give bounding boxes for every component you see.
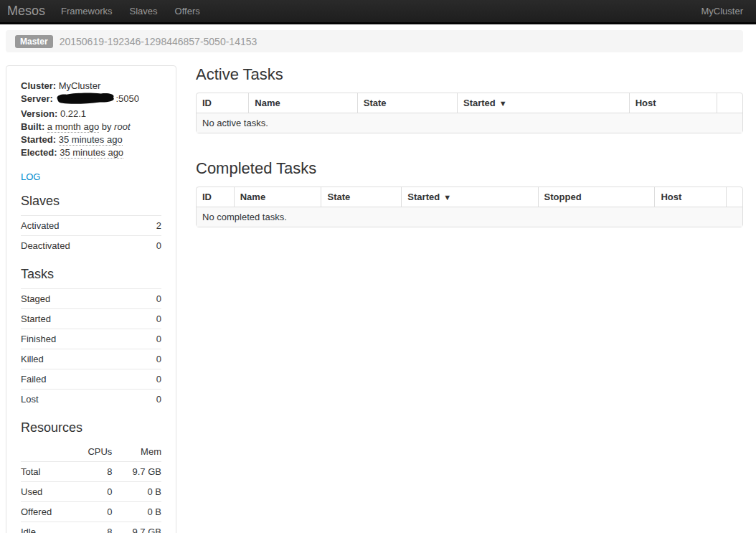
table-row: CPUs Mem <box>21 442 161 462</box>
cluster-label: Cluster: <box>21 80 56 91</box>
completed-tasks-title: Completed Tasks <box>196 159 743 178</box>
active-tasks-table: ID Name State Started▼ Host No active ta… <box>196 93 743 133</box>
cluster-name-label: MyCluster <box>701 6 743 16</box>
column-header-stopped[interactable]: Stopped <box>538 187 655 207</box>
stat-label: Failed <box>21 369 143 390</box>
column-header-state[interactable]: State <box>357 93 457 113</box>
cluster-value: MyCluster <box>59 80 101 91</box>
nav-frameworks[interactable]: Frameworks <box>61 6 113 16</box>
empty-state-row: No active tasks. <box>197 113 742 133</box>
stat-value: 0 <box>143 329 161 349</box>
stat-label: Total <box>21 462 74 482</box>
column-header-blank <box>726 187 742 207</box>
table-header-row: ID Name State Started▼ Host <box>197 93 742 113</box>
column-header-started[interactable]: Started▼ <box>401 187 537 207</box>
stat-label: Used <box>21 482 74 502</box>
navbar: Mesos Frameworks Slaves Offers MyCluster <box>0 0 756 24</box>
table-row: Finished 0 <box>21 329 161 349</box>
table-row: Failed 0 <box>21 369 161 390</box>
empty-state-message: No completed tasks. <box>197 207 742 227</box>
server-port: :5050 <box>115 93 139 104</box>
column-header-name[interactable]: Name <box>234 187 321 207</box>
cpus-value: 0 <box>74 482 112 502</box>
column-header-host[interactable]: Host <box>654 187 726 207</box>
column-header-started[interactable]: Started▼ <box>457 93 629 113</box>
active-tasks-title: Active Tasks <box>196 65 743 84</box>
stat-value: 0 <box>148 236 161 256</box>
elected-label: Elected: <box>21 147 57 158</box>
built-line: Built: a month ago by root <box>21 121 161 133</box>
brand-link[interactable]: Mesos <box>7 4 45 19</box>
completed-tasks-section: Completed Tasks ID Name State Started▼ S… <box>196 159 743 227</box>
built-time: a month ago <box>47 121 99 133</box>
stat-label: Lost <box>21 390 143 410</box>
stat-value: 0 <box>143 369 161 390</box>
sort-desc-icon: ▼ <box>499 99 507 108</box>
built-label: Built: <box>21 121 44 132</box>
nav-offers[interactable]: Offers <box>175 6 200 16</box>
resources-corner-cell <box>21 442 74 462</box>
stat-value: 0 <box>143 390 161 410</box>
column-header-name[interactable]: Name <box>248 93 356 113</box>
table-row: Used 0 0 B <box>21 482 161 502</box>
table-row: Staged 0 <box>21 289 161 309</box>
resources-table: CPUs Mem Total 8 9.7 GB Used 0 0 B Offer… <box>21 442 161 533</box>
stat-label: Offered <box>21 502 74 522</box>
server-line: Server: :5050 <box>21 93 161 108</box>
started-label: Started: <box>21 134 56 145</box>
column-header-id[interactable]: ID <box>197 93 248 113</box>
cpus-value: 0 <box>74 502 112 522</box>
stat-value: 0 <box>143 349 161 369</box>
slaves-table: Activated 2 Deactivated 0 <box>21 215 161 255</box>
mem-value: 0 B <box>112 482 161 502</box>
table-row: Idle 8 9.7 GB <box>21 522 161 533</box>
built-preposition: by <box>102 121 112 132</box>
stat-label: Idle <box>21 522 74 533</box>
stat-value: 2 <box>148 216 161 236</box>
tasks-section-title: Tasks <box>21 266 161 282</box>
sort-desc-icon: ▼ <box>443 193 451 202</box>
version-line: Version: 0.22.1 <box>21 108 161 121</box>
stat-value: 0 <box>143 289 161 309</box>
cpus-value: 8 <box>74 522 112 533</box>
table-row: Killed 0 <box>21 349 161 369</box>
cluster-line: Cluster: MyCluster <box>21 80 161 93</box>
log-link[interactable]: LOG <box>21 171 40 182</box>
mem-value: 0 B <box>112 502 161 522</box>
stat-label: Killed <box>21 349 143 369</box>
version-value: 0.22.1 <box>60 108 86 119</box>
table-row: Activated 2 <box>21 216 161 236</box>
cpus-column-header: CPUs <box>74 442 112 462</box>
master-id: 20150619-192346-1298446857-5050-14153 <box>60 36 257 47</box>
cpus-value: 8 <box>74 462 112 482</box>
column-header-blank <box>717 93 742 113</box>
master-badge: Master <box>15 35 53 48</box>
content-wrapper: Cluster: MyCluster Server: :5050 Version… <box>6 65 743 533</box>
column-header-id[interactable]: ID <box>197 187 234 207</box>
elected-value: 35 minutes ago <box>60 147 123 159</box>
tasks-table: Staged 0 Started 0 Finished 0 Killed 0 F… <box>21 288 161 409</box>
built-user: root <box>114 121 130 132</box>
column-header-state[interactable]: State <box>321 187 401 207</box>
server-redaction-scribble <box>55 92 116 108</box>
table-row: Total 8 9.7 GB <box>21 462 161 482</box>
stat-label: Started <box>21 309 143 329</box>
stat-value: 0 <box>143 309 161 329</box>
table-header-row: ID Name State Started▼ Stopped Host <box>197 187 742 207</box>
resources-section-title: Resources <box>21 420 161 435</box>
empty-state-row: No completed tasks. <box>197 207 742 227</box>
mem-value: 9.7 GB <box>112 462 161 482</box>
column-header-host[interactable]: Host <box>629 93 717 113</box>
server-label: Server: <box>21 93 53 104</box>
nav-slaves[interactable]: Slaves <box>130 6 158 16</box>
table-row: Deactivated 0 <box>21 236 161 256</box>
slaves-section-title: Slaves <box>21 193 161 209</box>
empty-state-message: No active tasks. <box>197 113 742 133</box>
started-value: 35 minutes ago <box>59 134 123 146</box>
mem-column-header: Mem <box>112 442 161 462</box>
version-label: Version: <box>21 108 57 119</box>
elected-line: Elected: 35 minutes ago <box>21 146 161 159</box>
mem-value: 9.7 GB <box>112 522 161 533</box>
stat-label: Staged <box>21 289 143 309</box>
breadcrumb: Master 20150619-192346-1298446857-5050-1… <box>6 30 743 52</box>
